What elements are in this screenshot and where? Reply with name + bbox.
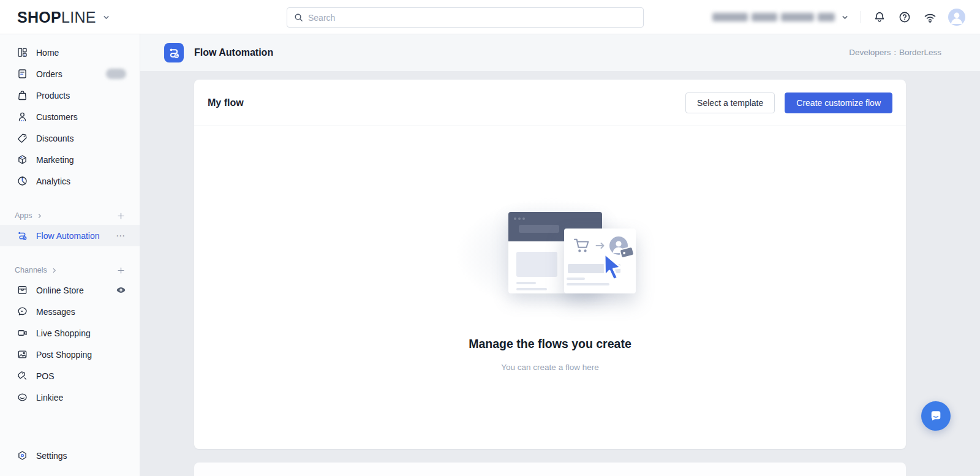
placeholder-block	[516, 252, 557, 277]
placeholder-line	[516, 282, 536, 284]
logo-text-light: LINE	[61, 9, 96, 26]
add-channel-plus-icon[interactable]	[117, 266, 125, 274]
sidebar-item-analytics[interactable]: Analytics	[0, 170, 140, 192]
placeholder-line	[567, 278, 585, 280]
sidebar-item-pos[interactable]: POS	[0, 365, 140, 387]
sidebar-item-live-shopping[interactable]: Live Shopping	[0, 322, 140, 344]
sidebar-item-label: Live Shopping	[36, 328, 126, 338]
sidebar-item-orders[interactable]: Orders	[0, 63, 140, 85]
cursor-arrow-graphic	[601, 252, 627, 282]
sidebar-item-discounts[interactable]: Discounts	[0, 127, 140, 149]
store-name-blurred	[712, 13, 835, 21]
sidebar-item-marketing[interactable]: Marketing	[0, 149, 140, 170]
store-switcher[interactable]	[712, 13, 849, 21]
store-switcher-logo[interactable]: SHOPLINE	[17, 0, 110, 34]
live-shopping-camera-icon	[17, 328, 28, 338]
discounts-tag-icon	[17, 133, 28, 143]
chevron-down-icon	[841, 13, 849, 21]
help-icon[interactable]	[898, 10, 911, 24]
card-title: My flow	[208, 97, 244, 108]
online-store-icon	[17, 285, 28, 295]
post-shopping-image-icon	[17, 349, 28, 360]
user-avatar[interactable]	[948, 9, 965, 26]
sidebar-item-label: Post Shopping	[36, 350, 126, 360]
sidebar-section-channels[interactable]: Channels	[0, 261, 140, 279]
home-icon	[17, 47, 28, 58]
chat-bubble-icon	[929, 409, 943, 423]
flow-automation-app-icon	[164, 43, 184, 62]
page-header: Flow Automation Developers：BorderLess	[140, 34, 980, 71]
empty-state-subtitle: You can create a flow here	[501, 363, 598, 372]
products-bag-icon	[17, 90, 28, 100]
chevron-down-icon	[102, 13, 110, 21]
sidebar-item-label: POS	[36, 371, 126, 381]
settings-gear-icon	[17, 450, 28, 461]
arrow-right-icon	[595, 242, 605, 249]
visibility-eye-icon[interactable]	[116, 285, 126, 295]
logo-text-bold: SHOP	[17, 9, 61, 26]
topbar: SHOPLINE	[0, 0, 980, 34]
sidebar-item-label: Linkiee	[36, 393, 126, 402]
notifications-bell-icon[interactable]	[873, 10, 886, 24]
empty-state: Manage the flows you create You can crea…	[194, 126, 906, 449]
sidebar-item-label: Orders	[36, 69, 97, 79]
sidebar-item-label: Settings	[36, 451, 126, 461]
cart-icon	[573, 237, 591, 254]
shopline-logo: SHOPLINE	[17, 9, 96, 26]
linkiee-icon	[17, 392, 28, 402]
sidebar-item-label: Home	[36, 48, 126, 58]
placeholder-line	[516, 288, 547, 290]
placeholder-line	[567, 283, 609, 285]
breadcrumb: Developers：BorderLess	[849, 47, 941, 58]
next-card-partial	[194, 463, 906, 476]
card-actions: Select a template Create customize flow	[685, 93, 892, 113]
sidebar-item-messages[interactable]: Messages	[0, 301, 140, 322]
sidebar-item-label: Marketing	[36, 155, 126, 165]
network-wifi-icon[interactable]	[923, 10, 937, 24]
search-icon	[294, 13, 303, 22]
sidebar-item-label: Online Store	[36, 285, 107, 295]
analytics-pie-icon	[17, 176, 28, 186]
customers-person-icon	[17, 111, 28, 122]
sidebar-section-apps[interactable]: Apps	[0, 206, 140, 225]
sidebar-item-settings[interactable]: Settings	[0, 445, 140, 466]
chat-launcher-button[interactable]	[921, 401, 951, 431]
marketing-box-icon	[17, 154, 28, 165]
empty-state-title: Manage the flows you create	[469, 337, 631, 351]
sidebar-item-label: Messages	[36, 307, 126, 317]
empty-state-illustration	[464, 207, 636, 300]
flow-automation-icon	[17, 230, 28, 241]
sidebar-item-flow-automation[interactable]: Flow Automation ⋯	[0, 225, 140, 246]
sidebar-item-label: Flow Automation	[36, 231, 107, 241]
sidebar-item-linkiee[interactable]: Linkiee	[0, 387, 140, 408]
orders-icon	[17, 69, 28, 79]
page-title: Flow Automation	[194, 47, 273, 58]
search-box[interactable]	[287, 7, 644, 28]
add-app-plus-icon[interactable]	[117, 212, 125, 220]
sidebar: Home Orders Products Customers Discounts…	[0, 34, 140, 476]
sidebar-item-label: Discounts	[36, 134, 126, 143]
sidebar-item-label: Analytics	[36, 176, 126, 186]
topbar-actions	[712, 0, 965, 34]
section-label: Channels	[15, 266, 47, 274]
messages-chat-icon	[17, 306, 28, 317]
sidebar-item-label: Customers	[36, 112, 126, 122]
sidebar-item-post-shopping[interactable]: Post Shopping	[0, 344, 140, 365]
my-flow-card: My flow Select a template Create customi…	[194, 80, 906, 449]
sidebar-item-customers[interactable]: Customers	[0, 106, 140, 127]
create-customize-flow-button[interactable]: Create customize flow	[785, 93, 892, 113]
orders-badge-blurred	[106, 69, 126, 79]
divider	[861, 11, 861, 23]
select-template-button[interactable]: Select a template	[685, 93, 775, 113]
sidebar-item-home[interactable]: Home	[0, 42, 140, 63]
chevron-right-icon	[51, 268, 57, 273]
more-options-icon[interactable]: ⋯	[116, 230, 126, 241]
sidebar-item-label: Products	[36, 91, 126, 100]
sidebar-item-products[interactable]: Products	[0, 85, 140, 106]
my-flow-card-header: My flow Select a template Create customi…	[194, 80, 906, 126]
search-input[interactable]	[308, 13, 636, 23]
browser-searchbar-graphic	[519, 225, 559, 233]
chevron-right-icon	[37, 213, 42, 219]
sidebar-item-online-store[interactable]: Online Store	[0, 279, 140, 301]
section-label: Apps	[15, 211, 32, 220]
